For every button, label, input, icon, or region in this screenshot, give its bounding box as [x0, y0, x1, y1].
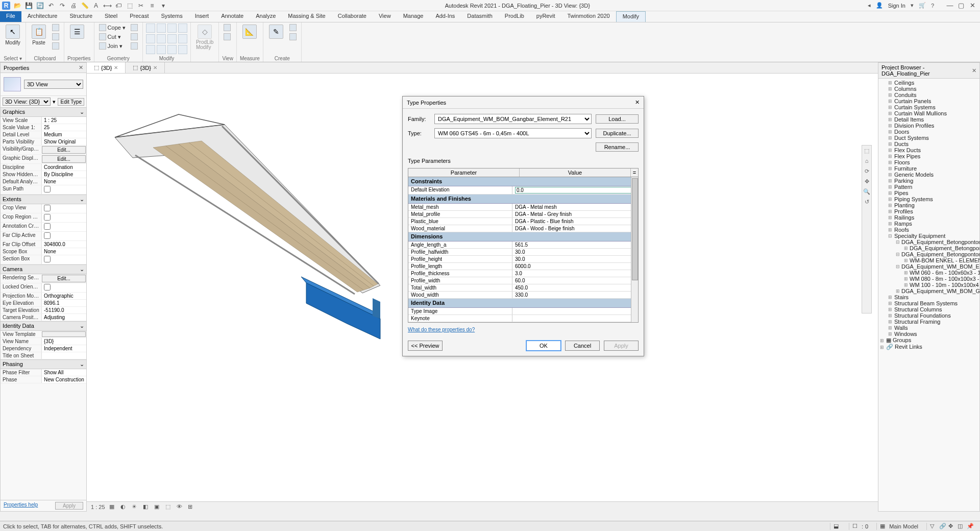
filter-icon[interactable]: ▾ [53, 99, 56, 105]
cancel-button[interactable]: Cancel [565, 341, 600, 351]
expand-icon[interactable]: ⊞ [888, 160, 893, 165]
match-button[interactable] [51, 42, 61, 50]
user-icon[interactable]: 👤 [876, 2, 883, 9]
expand-icon[interactable]: ⊞ [888, 135, 893, 140]
tp-row[interactable]: Profile_length6000.0 [408, 263, 638, 270]
pgroup-extents[interactable]: Extents⌄ [1, 195, 86, 204]
hide-icon[interactable]: 👁 [177, 503, 184, 511]
tree-node[interactable]: ⊞ Profiles [878, 208, 979, 214]
text-icon[interactable]: A [92, 2, 100, 10]
tab-twinmotion2020[interactable]: Twinmotion 2020 [561, 11, 616, 22]
tree-node[interactable]: ⊞ Doors [878, 129, 979, 135]
tree-node[interactable]: ⊞ Duct Systems [878, 135, 979, 141]
help-icon[interactable]: ? [931, 3, 934, 9]
cr2[interactable] [288, 33, 298, 41]
tree-node[interactable]: ⊞ WM 080 - 8m - 100x100x3 - [878, 276, 979, 282]
tree-node[interactable]: ⊞ Windows [878, 331, 979, 337]
expand-icon[interactable]: ⊞ [888, 221, 893, 226]
prodlib-button[interactable]: ◇ ProdLib Modify [194, 23, 215, 51]
expand-icon[interactable]: ⊞ [888, 190, 893, 196]
tree-node[interactable]: ⊞ Piping Systems [878, 196, 979, 202]
tree-node[interactable]: ⊞ Stairs [878, 294, 979, 300]
pgroup-graphics[interactable]: Graphics⌄ [1, 107, 86, 117]
tab-addins[interactable]: Add-Ins [429, 11, 461, 22]
tp-row[interactable]: Plastic_blueDGA - Plastic - Blue finish [408, 218, 638, 225]
create-button[interactable]: ✎ [266, 23, 286, 40]
cut-geom-button[interactable]: Cut ▾ [97, 33, 127, 41]
expand-icon[interactable]: ⊞ [888, 111, 893, 116]
duplicate-button[interactable]: Duplicate... [596, 129, 639, 138]
copy-icon[interactable] [157, 23, 166, 33]
close-tab-icon[interactable]: ✕ [114, 65, 118, 70]
expand-icon[interactable]: ⊞ [888, 117, 893, 122]
family-select[interactable]: DGA_Equipment_WM_BOM_Gangbar_Element_R21 [434, 114, 592, 124]
open-icon[interactable]: 📂 [13, 2, 21, 10]
tree-node[interactable]: ⊞ Structural Foundations [878, 312, 979, 319]
tree-node[interactable]: ⊞ Division Profiles [878, 123, 979, 129]
tree-node[interactable]: ⊞ Structural Framing [878, 319, 979, 325]
expand-icon[interactable]: ⊞ [888, 86, 893, 91]
sun-icon[interactable]: ☀ [132, 503, 139, 511]
geom3-button[interactable] [129, 42, 139, 50]
view-instance-selector[interactable]: 3D View: {3D} [3, 98, 51, 106]
expand-icon[interactable]: ⊞ [888, 154, 893, 159]
scale-display[interactable]: 1 : 25 [91, 504, 105, 510]
pan-icon[interactable]: ✥ [863, 178, 870, 185]
expand-icon[interactable]: ⊞ [888, 203, 893, 208]
cart-icon[interactable]: 🛒 [919, 2, 926, 9]
expand-icon[interactable]: ⊞ [904, 258, 908, 263]
join-button[interactable]: Join ▾ [97, 42, 127, 50]
tab-pyrevit[interactable]: pyRevit [530, 11, 561, 22]
max-icon[interactable]: ▢ [955, 2, 967, 9]
tab-systems[interactable]: Systems [155, 11, 188, 22]
prop-row[interactable]: DependencyIndependent [1, 345, 86, 352]
tab-architecture[interactable]: Architecture [21, 11, 64, 22]
copy-clip-button[interactable] [51, 33, 61, 41]
signin-button[interactable]: Sign In [888, 3, 905, 9]
prop-row[interactable]: Crop Region Vis... [1, 213, 86, 223]
print-icon[interactable]: 🖨 [69, 2, 78, 10]
tree-node[interactable]: ⊞ Structural Columns [878, 306, 979, 312]
tree-node[interactable]: ⊞ Columns [878, 86, 979, 92]
tp-row[interactable]: Metal_profileDGA - Metal - Grey finish [408, 211, 638, 218]
prop-row[interactable]: View Name{3D} [1, 338, 86, 345]
expand-icon[interactable]: ⊞ [904, 276, 908, 281]
expand-icon[interactable]: ⊞ [888, 313, 893, 318]
select-icon[interactable]: ☐ [852, 523, 860, 530]
default3d-icon[interactable]: ⬚ [126, 2, 134, 10]
tree-node[interactable]: ⊞ Curtain Systems [878, 104, 979, 110]
expand-icon[interactable]: ⊟ [896, 239, 900, 245]
pgroup-phasing[interactable]: Phasing⌄ [1, 359, 86, 369]
prop-row[interactable]: Show Hidden Li...By Discipline [1, 171, 86, 178]
tab-massingsite[interactable]: Massing & Site [282, 11, 331, 22]
close-hidden-icon[interactable]: ▾ [159, 2, 167, 10]
dialog-close-icon[interactable]: ✕ [635, 99, 640, 106]
tp-group-materialsandfinishes[interactable]: Materials and Finishes⌄ [408, 195, 638, 204]
tab-collaborate[interactable]: Collaborate [332, 11, 373, 22]
tree-node[interactable]: ⊞▦ Groups [878, 337, 979, 344]
expand-icon[interactable]: ⊞ [888, 209, 893, 214]
tab-steel[interactable]: Steel [99, 11, 124, 22]
expand-icon[interactable]: ⊞ [904, 270, 908, 275]
tp-group-identitydata[interactable]: Identity Data⌄ [408, 299, 638, 308]
delete-icon[interactable] [178, 45, 187, 54]
move-icon[interactable] [146, 23, 155, 33]
shadow-icon[interactable]: ◧ [143, 503, 150, 511]
rotate-icon[interactable] [167, 23, 177, 33]
thinlines-icon[interactable]: ≡ [148, 2, 156, 10]
paste-button[interactable]: 📋 Paste [29, 23, 48, 46]
prop-row[interactable]: DisciplineCoordination [1, 164, 86, 171]
tab-datasmith[interactable]: Datasmith [461, 11, 499, 22]
tab-manage[interactable]: Manage [397, 11, 430, 22]
min-icon[interactable]: — [944, 2, 955, 9]
expand-icon[interactable]: ⊞ [888, 215, 893, 220]
expand-icon[interactable]: ⊞ [888, 197, 893, 202]
tp-row[interactable]: Profile_width60.0 [408, 277, 638, 284]
reveal-icon[interactable]: ⊞ [188, 503, 195, 511]
apply-props-button[interactable]: Apply [55, 502, 83, 510]
prop-row[interactable]: Sun Path [1, 185, 86, 195]
drag-status-icon[interactable]: ✥ [948, 523, 955, 530]
modify-tool[interactable]: ↖ Modify [3, 23, 22, 46]
prop-row[interactable]: Crop View [1, 204, 86, 213]
expand-icon[interactable]: ⊟ [896, 264, 900, 269]
